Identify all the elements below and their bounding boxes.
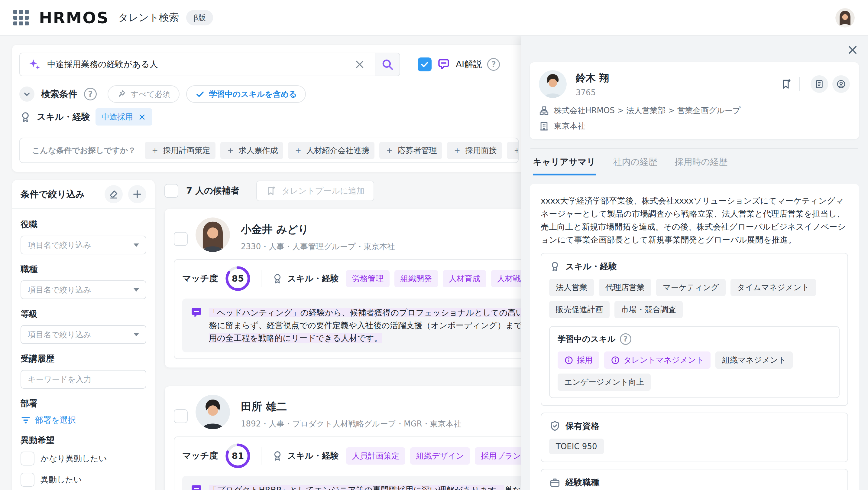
certifications-section: 保有資格 TOEIC 950 [541, 412, 848, 462]
filter-icon [21, 415, 31, 425]
skill-medal-icon [19, 111, 31, 123]
suggestion-chip[interactable]: ＋応募者管理 [379, 142, 442, 159]
ai-explain-checkbox[interactable] [418, 57, 432, 71]
skill-tag[interactable]: 組織デザイン [410, 448, 470, 465]
skill-medal-icon [549, 261, 561, 272]
app-header: HRMOS タレント検索 β版 [0, 0, 868, 36]
beta-badge: β版 [186, 10, 213, 25]
checkbox[interactable] [21, 452, 34, 465]
clear-search-icon[interactable] [354, 59, 365, 70]
filter-label-grade: 等級 [21, 308, 146, 320]
add-to-talent-pool-button[interactable]: タレントプールに追加 [256, 180, 374, 201]
learning-skill-match-tag[interactable]: 採用 [558, 351, 599, 369]
chevron-down-icon [133, 333, 139, 336]
skill-tag[interactable]: 市場・競合調査 [614, 301, 683, 318]
role-filter-select[interactable]: 項目名で絞り込み [21, 236, 146, 254]
candidate-count: 7 人の候補者 [186, 185, 239, 197]
skill-tag[interactable]: 法人営業 [549, 279, 594, 296]
tab-career-summary[interactable]: キャリアサマリ [533, 156, 596, 175]
select-all-checkbox[interactable] [164, 184, 178, 198]
transfer-option-strong[interactable]: かなり異動したい [21, 452, 146, 465]
grade-filter-select[interactable]: 項目名で絞り込み [21, 325, 146, 344]
info-icon [611, 356, 620, 365]
candidate-checkbox[interactable] [174, 232, 188, 246]
close-panel-button[interactable] [847, 44, 858, 56]
clear-filters-button[interactable] [104, 185, 123, 203]
detail-avatar [539, 70, 567, 98]
view-document-button[interactable] [811, 75, 828, 93]
suggestion-chip[interactable]: ＋採用面接 [447, 142, 502, 159]
conditions-title: 検索条件 [41, 88, 78, 100]
suggestion-chip[interactable]: ＋求人票作成 [220, 142, 283, 159]
suggestion-chip[interactable]: ＋採用計画策定 [145, 142, 216, 159]
collapse-conditions-button[interactable] [19, 87, 34, 102]
divider [799, 77, 800, 91]
skill-section-label: スキル・経験 [287, 273, 339, 284]
chevron-down-icon [133, 243, 139, 247]
certification-tag[interactable]: TOEIC 950 [549, 439, 604, 454]
suggestion-chip[interactable]: ＋採用担当 [507, 142, 519, 159]
user-avatar[interactable] [835, 8, 855, 28]
add-filter-button[interactable] [128, 185, 146, 203]
learning-skill-match-tag[interactable]: タレントマネジメント [604, 351, 711, 369]
shield-check-icon [549, 421, 561, 432]
select-department-link[interactable]: 部署を選択 [21, 415, 146, 426]
skill-tag[interactable]: 組織開発 [395, 270, 438, 287]
search-input[interactable]: 中途採用業務の経験がある人 [19, 53, 375, 76]
course-history-input[interactable]: キーワードを入力 [21, 370, 146, 389]
skill-tag[interactable]: 人材育成 [443, 270, 486, 287]
chevron-down-icon [133, 288, 139, 292]
candidate-name[interactable]: 田所 雄二 [241, 400, 462, 414]
profile-card: 鈴木 翔 3765 [530, 62, 859, 139]
divider [261, 447, 261, 465]
skill-filter-label: スキル・経験 [37, 111, 90, 123]
skill-medal-icon [272, 273, 283, 284]
jobtype-filter-select[interactable]: 項目名で絞り込み [21, 280, 146, 299]
checkbox[interactable] [21, 473, 34, 487]
filter-label-role: 役職 [21, 219, 146, 230]
skills-section-title: スキル・経験 [565, 261, 617, 272]
bookmark-add-button[interactable] [780, 78, 793, 90]
match-score-value: 85 [225, 266, 251, 291]
search-card: 中途採用業務の経験がある人 AI解説 ? [12, 45, 526, 172]
skill-tag[interactable]: 販売促進計画 [549, 301, 610, 318]
tab-hiring-history[interactable]: 採用時の経歴 [675, 156, 727, 175]
all-required-toggle[interactable]: すべて必須 [107, 85, 180, 103]
skill-section-label: スキル・経験 [287, 450, 339, 462]
candidate-name[interactable]: 小金井 みどり [241, 222, 395, 236]
career-summary-content: xxxx大学経済学部卒業後、株式会社xxxxソリューションズにてマーケティングマ… [530, 184, 859, 490]
skill-tag[interactable]: タイムマネジメント [731, 279, 816, 296]
building-icon [539, 121, 549, 131]
transfer-option-normal[interactable]: 異動したい [21, 473, 146, 487]
learning-skill-tag[interactable]: 組織マネジメント [715, 351, 793, 369]
filter-label-course-history: 受講履歴 [21, 353, 146, 365]
search-button[interactable] [375, 53, 400, 76]
filter-sidebar-title: 条件で絞り込み [21, 188, 99, 201]
ai-explain-help-icon[interactable]: ? [487, 58, 500, 71]
learning-skill-tag[interactable]: エンゲージメント向上 [558, 374, 651, 391]
remove-tag-icon[interactable] [138, 113, 146, 121]
active-skill-tag[interactable]: 中途採用 [95, 108, 152, 125]
org-hierarchy-icon [539, 106, 549, 116]
filter-label-department: 部署 [21, 398, 146, 409]
include-learning-skills-toggle[interactable]: 学習中のスキルを含める [186, 85, 306, 103]
skill-medal-icon [272, 450, 283, 462]
detail-office-row: 東京本社 [539, 121, 850, 131]
skill-tag[interactable]: 労務管理 [346, 270, 390, 287]
suggestion-chip[interactable]: ＋人材紹介会社連携 [288, 142, 374, 159]
search-query-text: 中途採用業務の経験がある人 [47, 59, 354, 70]
skill-tag[interactable]: 人員計画策定 [346, 448, 405, 465]
skill-tag[interactable]: マーケティング [656, 279, 726, 296]
bookmark-plus-icon [780, 78, 793, 90]
skill-tag[interactable]: 代理店営業 [599, 279, 651, 296]
candidate-meta: 1892・人事・プロダクト人材戦略グループ・MGR・東京本社 [241, 419, 462, 429]
view-profile-button[interactable] [832, 75, 850, 93]
learning-skills-help-icon[interactable]: ? [620, 333, 631, 345]
check-icon [195, 89, 205, 99]
app-grid-menu-icon[interactable] [13, 10, 29, 25]
candidate-checkbox[interactable] [174, 409, 188, 423]
conditions-help-icon[interactable]: ? [84, 88, 97, 100]
learning-skills-title: 学習中のスキル [558, 334, 616, 345]
suggestion-bar: こんな条件でお探しですか？ ＋採用計画策定 ＋求人票作成 ＋人材紹介会社連携 ＋… [19, 138, 519, 163]
tab-internal-history[interactable]: 社内の経歴 [613, 156, 657, 175]
